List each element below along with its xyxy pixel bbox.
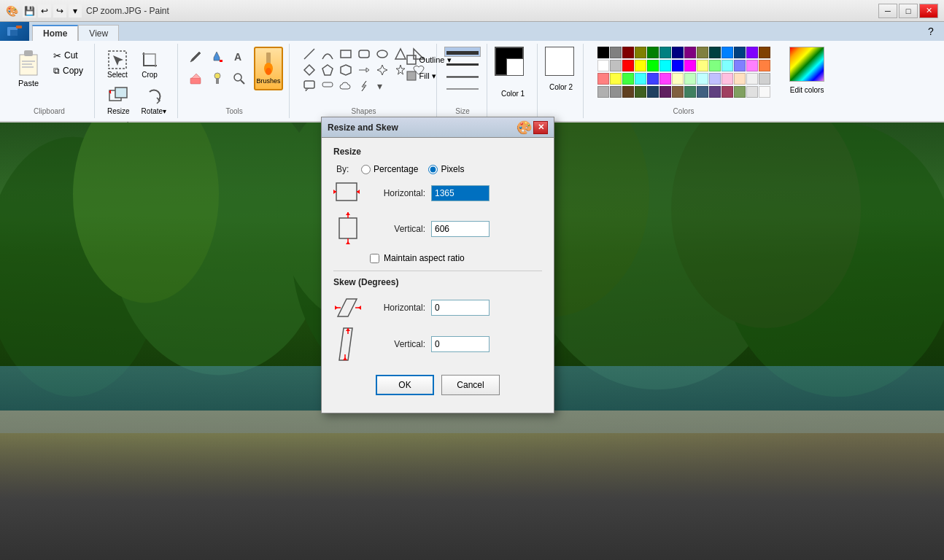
star4-shape[interactable] — [374, 63, 391, 77]
color2-swatch-small[interactable] — [506, 58, 524, 76]
save-quick-btn[interactable]: 💾 — [23, 4, 36, 18]
close-btn[interactable]: ✕ — [919, 4, 938, 18]
color-blue[interactable] — [672, 60, 684, 71]
color-black[interactable] — [597, 47, 609, 58]
color-brightcyan[interactable] — [635, 73, 646, 85]
color-midgray[interactable] — [759, 73, 770, 85]
size-hairline[interactable] — [444, 84, 481, 94]
color-brightyellow[interactable] — [610, 73, 622, 85]
color-cyan[interactable] — [659, 60, 671, 71]
color-brightblue[interactable] — [647, 73, 659, 85]
color-darkteal[interactable] — [709, 47, 721, 58]
text-tool[interactable]: A — [229, 47, 249, 67]
color-picker-tool[interactable] — [207, 69, 228, 89]
help-btn[interactable]: ? — [924, 25, 938, 38]
color-lightpink[interactable] — [721, 73, 733, 85]
ok-button[interactable]: OK — [376, 375, 434, 395]
ellipse-shape[interactable] — [374, 47, 391, 61]
color-darkgray[interactable] — [610, 47, 622, 58]
color-nearwhite[interactable] — [759, 86, 770, 98]
rotate-button[interactable]: Rotate▾ — [136, 83, 171, 118]
color-teal[interactable] — [659, 47, 671, 58]
fill-tool[interactable] — [207, 47, 228, 67]
redo-quick-btn[interactable]: ↪ — [53, 4, 66, 18]
color-creamgreen[interactable] — [684, 73, 696, 85]
more-shapes[interactable]: ▾ — [374, 79, 391, 93]
color-cranberry[interactable] — [721, 86, 733, 98]
color-peach[interactable] — [734, 73, 746, 85]
rect-shape[interactable] — [337, 47, 355, 61]
resize-h-input[interactable] — [431, 185, 490, 201]
color-sage[interactable] — [684, 86, 696, 98]
select-button[interactable]: Select — [102, 47, 133, 82]
percentage-radio[interactable]: Percentage — [361, 164, 418, 174]
line-shape[interactable] — [301, 47, 318, 61]
pentagon-shape[interactable] — [319, 63, 336, 77]
eraser-tool[interactable] — [185, 69, 206, 89]
pencil-tool[interactable] — [185, 47, 206, 67]
cancel-button[interactable]: Cancel — [441, 375, 500, 395]
pixels-radio[interactable]: Pixels — [428, 164, 464, 174]
paste-button[interactable]: Paste — [10, 47, 47, 91]
outline-button[interactable]: Outline ▾ — [403, 52, 455, 67]
rainbow-swatch[interactable] — [789, 47, 824, 82]
color-mauve[interactable] — [709, 86, 721, 98]
tab-view[interactable]: View — [78, 25, 119, 41]
skew-v-input[interactable] — [431, 336, 490, 352]
scroll-shape[interactable] — [319, 79, 336, 93]
crop-button[interactable]: Crop — [134, 47, 165, 82]
callout-shape[interactable] — [301, 79, 318, 93]
undo-quick-btn[interactable]: ↩ — [38, 4, 51, 18]
color-maroon[interactable] — [622, 47, 634, 58]
color-brightgreen[interactable] — [622, 73, 634, 85]
color-purple[interactable] — [684, 47, 696, 58]
dialog-close-btn[interactable]: ✕ — [533, 121, 548, 134]
color-gray40[interactable] — [610, 86, 622, 98]
maintain-aspect-checkbox[interactable] — [370, 254, 379, 263]
color2-main-swatch[interactable] — [545, 47, 574, 76]
color-darkpurple[interactable] — [659, 86, 671, 98]
color-pink[interactable] — [746, 60, 758, 71]
resize-v-input[interactable] — [431, 221, 490, 237]
color-magenta[interactable] — [684, 60, 696, 71]
minimize-btn[interactable]: ─ — [878, 4, 897, 18]
arrow-shape[interactable] — [355, 63, 373, 77]
cut-button[interactable]: ✂ Cut — [48, 48, 88, 63]
customize-quick-btn[interactable]: ▾ — [69, 4, 82, 18]
magnifier-tool[interactable] — [229, 69, 249, 89]
diamond-shape[interactable] — [301, 63, 318, 77]
lightning-shape[interactable] — [355, 79, 373, 93]
brushes-button[interactable]: Brushes — [254, 47, 283, 90]
color-slateblue[interactable] — [697, 86, 708, 98]
color-salmon[interactable] — [597, 73, 609, 85]
tab-home[interactable]: Home — [32, 25, 78, 41]
color-lime[interactable] — [647, 60, 659, 71]
color-lightgreen[interactable] — [709, 60, 721, 71]
color-gray60[interactable] — [597, 86, 609, 98]
color-lightcyan[interactable] — [721, 60, 733, 71]
color-periwinkle[interactable] — [734, 60, 746, 71]
color-darkbrown[interactable] — [622, 86, 634, 98]
color-green[interactable] — [647, 47, 659, 58]
color-azure[interactable] — [721, 47, 733, 58]
color-verylightgray[interactable] — [746, 86, 758, 98]
maximize-btn[interactable]: □ — [899, 4, 918, 18]
color-brown[interactable] — [759, 47, 770, 58]
paint-logo-btn[interactable] — [0, 22, 29, 41]
color-silver[interactable] — [610, 60, 622, 71]
color-brightmagenta[interactable] — [659, 73, 671, 85]
color-moss[interactable] — [734, 86, 746, 98]
color-red[interactable] — [622, 60, 634, 71]
color-lightgray[interactable] — [746, 73, 758, 85]
cloud-shape[interactable] — [337, 79, 355, 93]
color-creamyellow[interactable] — [672, 73, 684, 85]
color-white[interactable] — [597, 60, 609, 71]
color-navy[interactable] — [672, 47, 684, 58]
copy-button[interactable]: ⧉ Copy — [48, 63, 88, 78]
hexagon-shape[interactable] — [337, 63, 355, 77]
color-orange[interactable] — [759, 60, 770, 71]
color-yellow[interactable] — [635, 60, 646, 71]
resize-button[interactable]: Resize — [102, 83, 135, 118]
skew-h-input[interactable] — [431, 300, 490, 316]
color-darkgreen2[interactable] — [635, 86, 646, 98]
